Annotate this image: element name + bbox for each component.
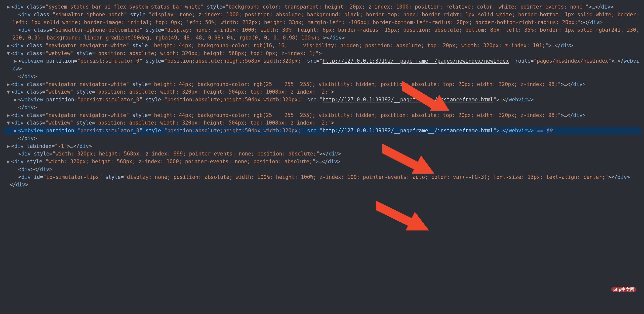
dom-node-line[interactable]: <div id="ib-simulator-tips" style="displ… <box>4 173 641 181</box>
dom-node-line[interactable]: ▶<div class="navigator navigator-white" … <box>4 111 641 119</box>
dom-node-line[interactable]: </div> <box>4 135 641 142</box>
devtools-dom-tree[interactable]: ▶<div class="system-status-bar ui-flex s… <box>0 0 644 314</box>
watermark-badge: php中文网 <box>611 287 636 292</box>
dom-node-line[interactable]: </div> <box>4 73 641 81</box>
dom-node-line[interactable]: ▶<webview partition="persist:simulator_0… <box>4 57 641 73</box>
dom-node-line[interactable]: ▶<div class="navigator navigator-white" … <box>4 81 641 88</box>
dom-node-line[interactable]: <div style="width: 320px; height: 568px;… <box>4 150 641 158</box>
dom-node-line[interactable]: ▼<div class="webview" style="position: a… <box>4 88 641 96</box>
dom-node-line[interactable]: <div class="simualtor-iphone-notch" styl… <box>4 11 641 26</box>
dom-node-line[interactable]: ▶<div class="navigator navigator-white" … <box>4 42 641 50</box>
dom-node-line[interactable]: ▼<div class="webview" style="position: a… <box>4 50 641 57</box>
expand-triangle[interactable]: ▶ <box>6 111 11 119</box>
dom-node-line[interactable]: ▶<div style="width: 320px; height: 568px… <box>4 158 641 166</box>
dom-node-line[interactable]: </div> <box>4 104 641 111</box>
dom-node-line[interactable]: ▶<webview partition="persist:simulator_0… <box>4 127 641 135</box>
dom-node-line[interactable]: ▼<div class="webview" style="position: a… <box>4 119 641 127</box>
dom-node-line[interactable]: ▶<div class="system-status-bar ui-flex s… <box>4 3 641 11</box>
svg-marker-5 <box>405 212 435 230</box>
expand-triangle[interactable]: ▶ <box>6 142 11 150</box>
dom-node-line[interactable]: ▶<div tabindex="-1">…</div> <box>4 142 641 150</box>
expand-triangle[interactable]: ▶ <box>13 127 18 135</box>
expand-triangle[interactable]: ▶ <box>6 3 11 11</box>
expand-triangle[interactable]: ▼ <box>6 119 11 127</box>
expand-triangle[interactable]: ▼ <box>6 88 11 96</box>
expand-triangle[interactable]: ▶ <box>6 158 11 166</box>
dom-node-line[interactable]: <div class="simualtor-iphone-bottomline"… <box>4 26 641 42</box>
dom-node-line[interactable]: <div></div> <box>4 166 641 173</box>
expand-triangle[interactable]: ▶ <box>6 81 11 88</box>
svg-rect-4 <box>376 201 414 227</box>
expand-triangle[interactable]: ▶ <box>6 42 11 50</box>
code-lines-container: ▶<div class="system-status-bar ui-flex s… <box>4 3 641 189</box>
expand-triangle[interactable]: ▼ <box>6 50 11 57</box>
expand-triangle[interactable]: ▶ <box>13 57 18 65</box>
expand-triangle[interactable]: ▶ <box>13 96 18 104</box>
annotation-arrow-3 <box>376 190 446 230</box>
dom-node-line[interactable]: </div> <box>4 181 641 189</box>
dom-node-line[interactable]: ▶<webview partition="persist:simulator_0… <box>4 96 641 104</box>
